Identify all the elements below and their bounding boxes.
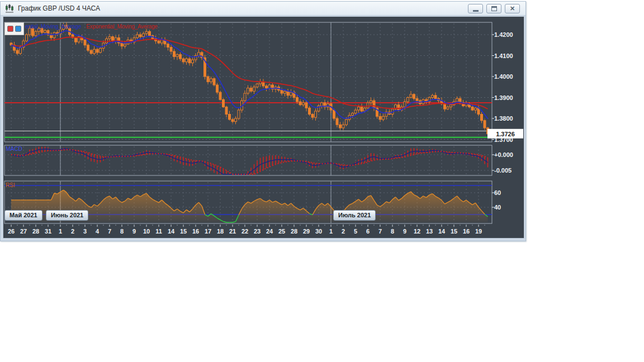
svg-text:21: 21	[229, 228, 236, 235]
svg-text:12: 12	[414, 228, 420, 235]
svg-text:14: 14	[438, 228, 446, 235]
minimize-icon	[473, 10, 479, 12]
chart-stage: 1.42001.41001.40001.39001.38001.3700+0.0…	[3, 17, 523, 238]
close-icon: ✕	[510, 6, 515, 12]
svg-text:1.4100: 1.4100	[494, 53, 513, 59]
svg-text:7: 7	[378, 228, 382, 235]
panels	[4, 22, 492, 223]
svg-text:24: 24	[266, 228, 273, 235]
svg-text:2: 2	[342, 228, 345, 235]
close-button[interactable]: ✕	[505, 4, 520, 13]
svg-text:8: 8	[120, 228, 124, 235]
red-indicator-button[interactable]	[7, 26, 13, 32]
svg-text:+0.000: +0.000	[494, 151, 513, 158]
candlestick-chart-icon	[4, 4, 15, 13]
svg-text:14: 14	[168, 228, 175, 235]
chart-window: График GBP /USD 4 ЧАСА ✕ 1.42001.41001.4…	[0, 1, 526, 241]
svg-text:19: 19	[475, 228, 482, 235]
svg-text:1: 1	[59, 228, 62, 235]
svg-text:16: 16	[463, 228, 470, 235]
legend: ential_Moving_Average Exponential_Moving…	[25, 23, 158, 30]
chart-content-area: 1.42001.41001.40001.39001.38001.3700+0.0…	[3, 16, 524, 239]
svg-text:1.3726: 1.3726	[496, 131, 515, 137]
month-label-july[interactable]: Июль 2021	[333, 210, 376, 221]
svg-text:1.4000: 1.4000	[494, 73, 513, 80]
macd-panel-label: MACD	[6, 146, 22, 152]
svg-text:8: 8	[391, 228, 394, 235]
month-label-june[interactable]: Июнь 2021	[46, 210, 88, 221]
svg-text:28: 28	[291, 228, 297, 235]
svg-text:2: 2	[71, 228, 74, 235]
svg-text:1.3900: 1.3900	[494, 94, 513, 101]
svg-text:5: 5	[354, 228, 357, 235]
maximize-button[interactable]	[486, 4, 501, 13]
svg-text:27: 27	[20, 228, 27, 235]
svg-text:18: 18	[217, 228, 224, 235]
svg-text:17: 17	[205, 228, 211, 235]
chart-canvas[interactable]: 1.42001.41001.40001.39001.38001.3700+0.0…	[3, 17, 523, 238]
svg-text:1.4200: 1.4200	[494, 31, 513, 38]
svg-text:23: 23	[254, 228, 261, 235]
svg-text:22: 22	[242, 228, 248, 235]
svg-text:4: 4	[96, 228, 100, 235]
svg-text:15: 15	[451, 228, 457, 235]
svg-text:6: 6	[366, 228, 370, 235]
titlebar[interactable]: График GBP /USD 4 ЧАСА ✕	[1, 2, 525, 16]
month-label-may[interactable]: Май 2021	[4, 210, 42, 221]
svg-text:10: 10	[143, 228, 150, 235]
svg-text:15: 15	[180, 228, 187, 235]
maximize-icon	[491, 6, 497, 11]
svg-text:25: 25	[278, 228, 285, 235]
svg-text:16: 16	[192, 228, 199, 235]
indicator-buttons-box	[4, 22, 24, 35]
svg-text:7: 7	[108, 228, 111, 235]
svg-text:-0.005: -0.005	[494, 167, 512, 174]
blue-indicator-button[interactable]	[15, 26, 21, 32]
time-axis	[11, 225, 485, 227]
svg-text:11: 11	[155, 228, 162, 235]
svg-text:30: 30	[315, 228, 322, 235]
svg-text:28: 28	[32, 228, 39, 235]
svg-text:60: 60	[494, 189, 501, 196]
minimize-button[interactable]	[468, 4, 483, 13]
current-price-tag: 1.3726	[487, 129, 523, 139]
svg-text:9: 9	[403, 228, 406, 235]
legend-red-ma-label: Exponential_Moving_Average	[86, 23, 158, 30]
svg-text:13: 13	[426, 228, 433, 235]
svg-text:9: 9	[132, 228, 136, 235]
svg-text:31: 31	[45, 228, 51, 235]
svg-text:29: 29	[303, 228, 310, 235]
svg-text:3: 3	[83, 228, 87, 235]
svg-text:1.3800: 1.3800	[494, 115, 513, 122]
svg-text:26: 26	[8, 228, 15, 235]
rsi-panel-label: RSI	[6, 182, 15, 188]
svg-text:1: 1	[329, 228, 333, 235]
legend-blue-ma-label: ential_Moving_Average	[25, 23, 81, 30]
svg-text:40: 40	[494, 204, 501, 211]
window-title: График GBP /USD 4 ЧАСА	[18, 4, 100, 12]
